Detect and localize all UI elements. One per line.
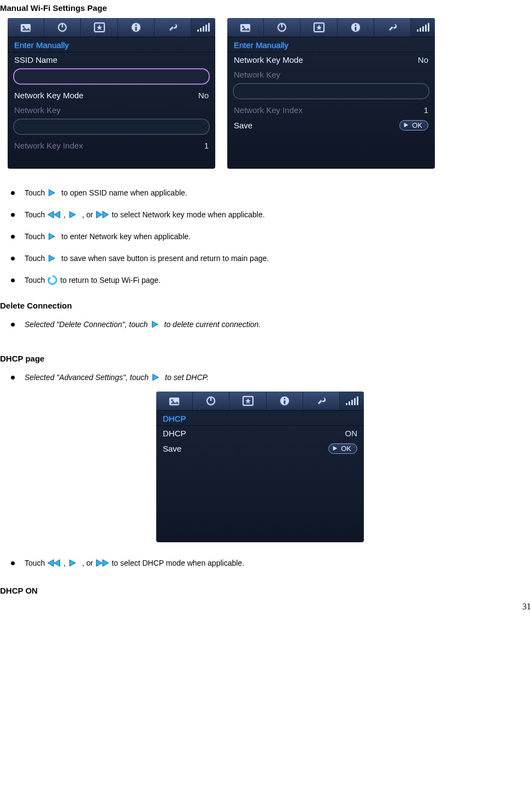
ssid-row[interactable]: SSID Name — [8, 52, 215, 67]
bullet-icon — [11, 257, 15, 260]
text: Touch — [25, 185, 45, 200]
device-screen-2: Enter Manually Network Key Mode No Netwo… — [227, 18, 435, 169]
network-key-label: Network Key — [14, 105, 61, 115]
svg-point-32 — [284, 398, 285, 400]
text: Touch — [25, 229, 45, 244]
key-mode-value: No — [418, 55, 428, 64]
key-mode-label: Network Key Mode — [14, 91, 84, 100]
toolbar — [156, 392, 364, 411]
play-icon — [47, 188, 59, 198]
page-number: 31 — [522, 602, 531, 612]
text: to select Network key mode when applicab… — [111, 207, 264, 222]
info-tool-icon[interactable] — [118, 18, 155, 37]
key-mode-row[interactable]: Network Key Mode No — [8, 88, 215, 103]
heading-manual-wifi: Manual Wi-Fi Settings Page — [0, 3, 520, 13]
wrench-tool-icon[interactable] — [155, 18, 191, 37]
text: , — [63, 555, 66, 571]
text: Selected "Delete Connection", touch — [25, 317, 148, 332]
bullet-list-3: Selected "Advanced Settings", touch to s… — [0, 370, 520, 385]
text: to delete current connection. — [164, 317, 261, 332]
rewind-icon — [47, 559, 61, 567]
text: to set DHCP. — [165, 370, 209, 385]
info-tool-icon[interactable] — [267, 392, 303, 410]
ok-button[interactable]: OK — [399, 120, 428, 131]
play-icon — [332, 444, 338, 453]
save-row[interactable]: Save OK — [227, 117, 435, 133]
bullet-icon — [11, 278, 15, 282]
key-index-value: 1 — [204, 141, 209, 150]
list-item: Touch , , or to select DHCP mode when ap… — [11, 555, 520, 571]
svg-rect-15 — [135, 27, 137, 31]
ok-label: OK — [412, 121, 422, 129]
bullet-list-1: Touch to open SSID name when applicable.… — [0, 185, 520, 288]
svg-marker-12 — [97, 25, 102, 30]
power-tool-icon[interactable] — [193, 392, 229, 410]
svg-point-23 — [355, 25, 356, 26]
save-label: Save — [163, 444, 181, 453]
star-tool-icon[interactable] — [81, 18, 117, 37]
ok-label: OK — [341, 444, 351, 453]
text: to open SSID name when applicable. — [61, 185, 187, 200]
network-key-input — [13, 118, 210, 135]
photo-tool-icon[interactable] — [8, 18, 44, 37]
wrench-tool-icon[interactable] — [374, 18, 411, 37]
list-item: Touch to save when save button is presen… — [11, 251, 520, 266]
save-row[interactable]: Save OK — [156, 441, 364, 457]
rewind-icon — [47, 210, 61, 219]
dhcp-label: DHCP — [163, 429, 186, 438]
svg-marker-21 — [316, 25, 322, 30]
play-icon — [150, 319, 162, 329]
list-item: Selected "Delete Connection", touch to d… — [11, 317, 520, 332]
heading-dhcp-on: DHCP ON — [0, 586, 520, 595]
text: to save when save button is present and … — [61, 251, 269, 266]
text: Touch — [25, 207, 45, 222]
fast-forward-icon — [95, 210, 109, 219]
ssid-label: SSID Name — [14, 55, 57, 64]
network-key-row: Network Key — [8, 103, 215, 117]
info-tool-icon[interactable] — [338, 18, 374, 37]
play-icon — [68, 558, 80, 568]
power-tool-icon[interactable] — [264, 18, 300, 37]
device-screen-3: DHCP DHCP ON Save OK — [156, 392, 364, 542]
network-key-label: Network Key — [234, 70, 280, 79]
key-index-row: Network Key Index 1 — [227, 103, 435, 117]
bullet-icon — [11, 213, 15, 217]
svg-marker-30 — [245, 398, 251, 404]
key-mode-value: No — [198, 91, 209, 100]
toolbar — [8, 18, 215, 37]
list-item: Touch to enter Network key when applicab… — [11, 229, 520, 244]
heading-delete-connection: Delete Connection — [0, 301, 520, 310]
bullet-list-2: Selected "Delete Connection", touch to d… — [0, 317, 520, 332]
ok-button[interactable]: OK — [328, 443, 357, 454]
signal-tool-icon[interactable] — [411, 18, 435, 37]
svg-point-26 — [171, 399, 173, 401]
key-index-label: Network Key Index — [234, 105, 303, 115]
dhcp-row[interactable]: DHCP ON — [156, 426, 364, 441]
star-tool-icon[interactable] — [300, 18, 337, 37]
wrench-tool-icon[interactable] — [303, 392, 340, 410]
play-icon — [47, 253, 59, 263]
list-item: Touch to open SSID name when applicable. — [11, 185, 520, 200]
bullet-icon — [11, 561, 15, 565]
star-tool-icon[interactable] — [229, 392, 266, 410]
photo-tool-icon[interactable] — [156, 392, 193, 410]
dhcp-value: ON — [345, 429, 358, 438]
key-mode-row[interactable]: Network Key Mode No — [227, 52, 435, 67]
text: Touch — [25, 555, 45, 571]
svg-point-8 — [22, 26, 25, 28]
signal-tool-icon[interactable] — [340, 392, 364, 410]
bullet-list-4: Touch , , or to select DHCP mode when ap… — [0, 555, 520, 571]
list-item: Touch , , or to select Network key mode … — [11, 207, 520, 222]
photo-tool-icon[interactable] — [227, 18, 264, 37]
signal-tool-icon[interactable] — [191, 18, 215, 37]
power-tool-icon[interactable] — [44, 18, 81, 37]
screen-title: DHCP — [156, 411, 364, 426]
text: , or — [82, 555, 93, 571]
ssid-input[interactable] — [13, 68, 210, 85]
save-label: Save — [234, 121, 252, 130]
text: , — [63, 207, 66, 222]
bullet-icon — [11, 191, 15, 195]
text: , or — [82, 207, 93, 222]
bullet-icon — [11, 376, 15, 380]
play-icon — [47, 232, 59, 241]
